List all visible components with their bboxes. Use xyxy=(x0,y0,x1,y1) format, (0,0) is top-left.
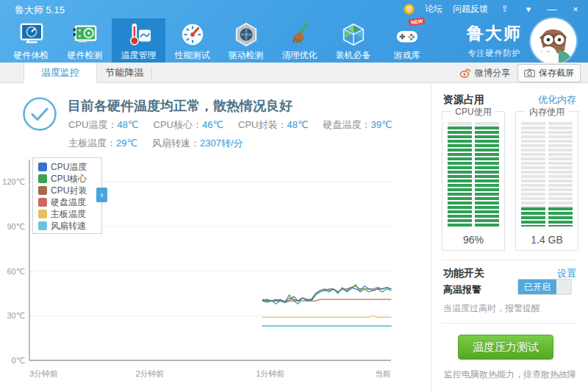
reading-cpu-core: CPU核心：46℃ xyxy=(154,118,224,132)
toolbar-item-games[interactable]: NEW 游戏库 xyxy=(380,18,434,63)
toolbar-item-label: 温度管理 xyxy=(121,49,157,62)
svg-text:0℃: 0℃ xyxy=(12,356,25,365)
broom-icon xyxy=(286,21,314,48)
reading-fan-speed: 风扇转速：2307转/分 xyxy=(152,137,243,150)
new-badge: NEW xyxy=(409,17,426,26)
svg-text:60℃: 60℃ xyxy=(7,267,25,276)
svg-text:120℃: 120℃ xyxy=(2,177,25,186)
legend-color-swatch xyxy=(38,186,47,195)
legend-item[interactable]: 主板温度 xyxy=(38,208,101,220)
readings-row-1: CPU温度：48℃ CPU核心：46℃ CPU封装：48℃ 硬盘温度：39℃ xyxy=(68,118,407,132)
ok-check-icon xyxy=(22,96,57,135)
toggle-state-label: 已开启 xyxy=(518,279,556,294)
legend-color-swatch xyxy=(38,163,47,171)
update-icon[interactable]: ⇧ xyxy=(498,0,512,18)
high-temp-alarm-toggle[interactable]: 已开启 xyxy=(517,279,572,295)
title-bar: 鲁大师 5.15 论坛 问题反馈 ⇧ ▾ — × xyxy=(0,0,588,18)
minimize-button[interactable]: — xyxy=(545,0,559,18)
svg-text:当前: 当前 xyxy=(375,369,391,378)
svg-text:3分钟前: 3分钟前 xyxy=(29,369,58,378)
hexagon-gear-icon xyxy=(232,21,260,48)
legend-label: CPU核心 xyxy=(51,173,87,185)
temperature-chart: 0℃30℃60℃90℃120℃3分钟前2分钟前1分钟前当前 CPU温度CPU核心… xyxy=(0,156,431,384)
legend-color-swatch xyxy=(38,221,47,230)
toolbar-item-temperature[interactable]: 温度管理 xyxy=(112,18,165,63)
camera-icon xyxy=(524,68,535,77)
legend-item[interactable]: 硬盘温度 xyxy=(38,196,101,208)
high-temp-alarm-label: 高温报警 xyxy=(443,283,481,296)
reading-cpu-package: CPU封装：48℃ xyxy=(238,118,309,132)
cpu-usage-gauge: CPU使用 96% xyxy=(442,111,505,251)
brand-slogan: 专注硬件防护 xyxy=(467,48,522,59)
toolbar-item-cleanup[interactable]: 清理优化 xyxy=(273,18,326,63)
svg-text:2分钟前: 2分钟前 xyxy=(135,369,164,378)
memory-usage-value: 1.4 GB xyxy=(516,234,578,246)
sidebar-divider xyxy=(442,260,578,260)
memory-usage-gauge: 内存使用 1.4 GB xyxy=(515,111,578,251)
legend-color-swatch xyxy=(38,210,47,218)
toolbar-item-label: 硬件体检 xyxy=(14,49,49,62)
toolbar-item-label: 性能测试 xyxy=(175,49,210,62)
cpu-usage-value: 96% xyxy=(442,234,504,246)
tab-separator xyxy=(151,67,152,79)
reading-board-temp: 主板温度：29℃ xyxy=(68,137,137,150)
legend-item[interactable]: CPU温度 xyxy=(38,161,101,173)
gamepad-icon: NEW xyxy=(393,21,421,48)
toolbar-item-driver[interactable]: 驱动检测 xyxy=(219,18,273,63)
legend-item[interactable]: CPU核心 xyxy=(38,173,101,185)
brand-block: 鲁大师 专注硬件防护 xyxy=(467,22,522,59)
memory-usage-label: 内存使用 xyxy=(526,106,568,118)
save-screenshot-label: 保存截屏 xyxy=(539,67,574,79)
toolbar-item-label: 驱动检测 xyxy=(229,49,264,62)
main-toolbar: 硬件体检 硬件检测 温度管理 性能测试 xyxy=(4,18,434,63)
temperature-stress-test-button[interactable]: 温度压力测试 xyxy=(458,335,553,360)
tab-power-saving[interactable]: 节能降温 xyxy=(98,63,151,83)
brand-name: 鲁大师 xyxy=(467,22,522,45)
stress-test-description: 监控电脑散热能力，排查散热故障 xyxy=(431,368,588,381)
legend-label: CPU温度 xyxy=(51,161,87,174)
toolbar-item-hardware-check[interactable]: 硬件体检 xyxy=(4,18,58,63)
optimize-memory-link[interactable]: 优化内存 xyxy=(538,93,576,107)
legend-color-swatch xyxy=(38,174,47,183)
mascot-avatar xyxy=(531,18,576,64)
weibo-icon xyxy=(459,68,471,78)
close-button[interactable]: × xyxy=(569,0,582,18)
reading-disk-temp: 硬盘温度：39℃ xyxy=(323,118,392,132)
svg-text:90℃: 90℃ xyxy=(7,222,25,231)
svg-text:30℃: 30℃ xyxy=(7,311,25,320)
gpu-card-icon xyxy=(71,21,99,48)
legend-color-swatch xyxy=(38,198,47,207)
legend-item[interactable]: CPU封装 xyxy=(38,185,101,196)
luda-shi-window: 鲁大师 5.15 论坛 问题反馈 ⇧ ▾ — × 硬件体检 xyxy=(0,0,588,392)
toolbar-item-benchmark[interactable]: 性能测试 xyxy=(165,18,219,63)
window-title: 鲁大师 5.15 xyxy=(15,4,65,17)
save-screenshot-button[interactable]: 保存截屏 xyxy=(517,64,581,82)
toolbar-item-essentials[interactable]: 装机必备 xyxy=(326,18,380,63)
app-header: 鲁大师 5.15 论坛 问题反馈 ⇧ ▾ — × 硬件体检 xyxy=(0,0,588,63)
thermometer-chart-icon xyxy=(125,21,153,48)
toolbar-item-label: 游戏库 xyxy=(394,49,420,62)
monitor-icon xyxy=(18,21,46,48)
toolbar-item-hardware-detect[interactable]: 硬件检测 xyxy=(58,18,112,63)
medal-icon[interactable] xyxy=(404,4,415,15)
resource-section-title: 资源占用 xyxy=(443,93,484,107)
legend-label: 风扇转速 xyxy=(51,220,86,232)
toolbar-item-label: 清理优化 xyxy=(282,49,318,62)
feedback-link[interactable]: 问题反馈 xyxy=(453,3,488,15)
sidebar: 资源占用 优化内存 CPU使用 96% 内存使用 1.4 GB 功能开关 设置 … xyxy=(431,83,588,392)
forum-link[interactable]: 论坛 xyxy=(425,3,442,15)
legend-expand-arrow[interactable]: › xyxy=(96,188,107,202)
menu-icon[interactable]: ▾ xyxy=(522,0,535,18)
status-title: 目前各硬件温度均正常，散热情况良好 xyxy=(68,97,293,115)
legend-item[interactable]: 风扇转速 xyxy=(38,220,101,232)
tab-bar: 温度监控 节能降温 微博分享 保存截屏 xyxy=(0,63,588,83)
speedometer-icon xyxy=(179,21,207,48)
tab-temperature-monitor[interactable]: 温度监控 xyxy=(24,63,97,83)
weibo-share-button[interactable]: 微博分享 xyxy=(459,67,510,79)
toolbar-item-label: 硬件检测 xyxy=(68,49,103,62)
toolbar-item-label: 装机必备 xyxy=(336,49,371,62)
readings-row-2: 主板温度：29℃ 风扇转速：2307转/分 xyxy=(68,137,258,150)
weibo-share-label: 微博分享 xyxy=(475,67,510,79)
legend-label: CPU封装 xyxy=(51,185,87,197)
chart-legend: CPU温度CPU核心CPU封装硬盘温度主板温度风扇转速 › xyxy=(32,157,102,234)
